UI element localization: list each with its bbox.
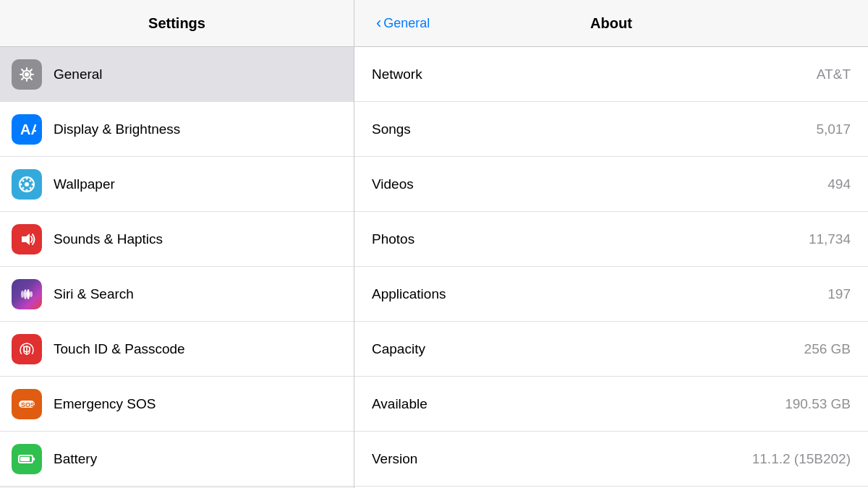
siri-icon — [12, 279, 42, 309]
back-label: General — [383, 16, 430, 31]
detail-label: Network — [372, 67, 422, 82]
detail-row[interactable]: Songs5,017 — [354, 102, 868, 157]
wallpaper-icon — [12, 169, 42, 200]
detail-panel: NetworkAT&TSongs5,017Videos494Photos11,7… — [354, 47, 868, 488]
display-label: Display & Brightness — [54, 121, 180, 137]
detail-label: Songs — [372, 121, 411, 137]
display-icon: AA — [12, 114, 42, 145]
svg-point-7 — [22, 187, 25, 189]
general-icon — [12, 59, 42, 90]
detail-label: Available — [372, 396, 427, 412]
detail-label: Videos — [372, 176, 414, 192]
detail-value: 190.53 GB — [785, 396, 851, 412]
sounds-icon — [12, 224, 42, 254]
detail-row[interactable]: Version11.1.2 (15B202) — [354, 432, 868, 487]
wallpaper-label: Wallpaper — [54, 176, 115, 192]
svg-point-12 — [32, 183, 34, 185]
svg-marker-13 — [22, 234, 30, 245]
battery-icon — [12, 444, 42, 474]
detail-value: 197 — [827, 286, 851, 302]
sidebar-item-sounds[interactable]: Sounds & Haptics — [0, 212, 354, 267]
svg-point-11 — [20, 183, 22, 185]
settings-header-left: Settings — [0, 0, 354, 46]
emergency-label: Emergency SOS — [54, 396, 156, 412]
sidebar-item-emergency[interactable]: SOS Emergency SOS — [0, 377, 354, 432]
detail-value: 494 — [827, 176, 851, 192]
detail-value: 5,017 — [816, 121, 851, 137]
svg-point-8 — [30, 187, 32, 189]
detail-row[interactable]: Applications197 — [354, 267, 868, 322]
detail-label: Version — [372, 451, 417, 467]
battery-label: Battery — [54, 451, 97, 467]
svg-rect-22 — [33, 458, 35, 461]
sidebar-item-siri[interactable]: Siri & Search — [0, 267, 354, 322]
emergency-icon: SOS — [12, 389, 42, 419]
detail-row[interactable]: Available190.53 GB — [354, 377, 868, 432]
svg-rect-23 — [20, 457, 30, 461]
svg-point-6 — [30, 179, 32, 181]
svg-text:SOS: SOS — [21, 401, 35, 408]
svg-point-4 — [25, 182, 29, 187]
detail-value: AT&T — [817, 67, 851, 82]
general-label: General — [54, 67, 103, 82]
sidebar-item-display[interactable]: AA Display & Brightness — [0, 102, 354, 157]
touchid-icon — [12, 334, 42, 364]
siri-label: Siri & Search — [54, 286, 134, 302]
app-header: Settings ‹ General About — [0, 0, 868, 47]
settings-sidebar: General AA Display & Brightness — [0, 47, 354, 488]
sounds-label: Sounds & Haptics — [54, 231, 163, 247]
svg-point-0 — [25, 72, 29, 77]
sidebar-item-general[interactable]: General — [0, 47, 354, 102]
svg-point-5 — [22, 179, 25, 181]
detail-label: Photos — [372, 231, 414, 247]
sidebar-item-wallpaper[interactable]: Wallpaper — [0, 157, 354, 212]
detail-row[interactable]: Videos494 — [354, 157, 868, 212]
svg-point-10 — [26, 189, 28, 191]
detail-label: Capacity — [372, 341, 425, 357]
about-title: About — [590, 15, 632, 32]
back-button[interactable]: ‹ General — [376, 15, 430, 31]
svg-point-9 — [26, 177, 28, 179]
sidebar-item-battery[interactable]: Battery — [0, 432, 354, 487]
svg-point-14 — [21, 291, 24, 298]
detail-header-right: ‹ General About — [354, 0, 868, 46]
svg-point-15 — [24, 289, 27, 299]
detail-label: Applications — [372, 286, 446, 302]
detail-row[interactable]: Photos11,734 — [354, 212, 868, 267]
sidebar-item-touchid[interactable]: Touch ID & Passcode — [0, 322, 354, 377]
detail-value: 256 GB — [804, 341, 851, 357]
detail-row[interactable]: Capacity256 GB — [354, 322, 868, 377]
svg-point-16 — [27, 289, 30, 299]
detail-value: 11.1.2 (15B202) — [752, 451, 851, 467]
settings-title: Settings — [148, 15, 205, 32]
detail-row[interactable]: NetworkAT&T — [354, 47, 868, 102]
back-chevron-icon: ‹ — [376, 15, 381, 31]
content-area: General AA Display & Brightness — [0, 47, 868, 488]
detail-value: 11,734 — [809, 231, 851, 247]
svg-point-17 — [30, 291, 33, 297]
touchid-label: Touch ID & Passcode — [54, 341, 185, 357]
svg-text:AA: AA — [20, 121, 36, 137]
